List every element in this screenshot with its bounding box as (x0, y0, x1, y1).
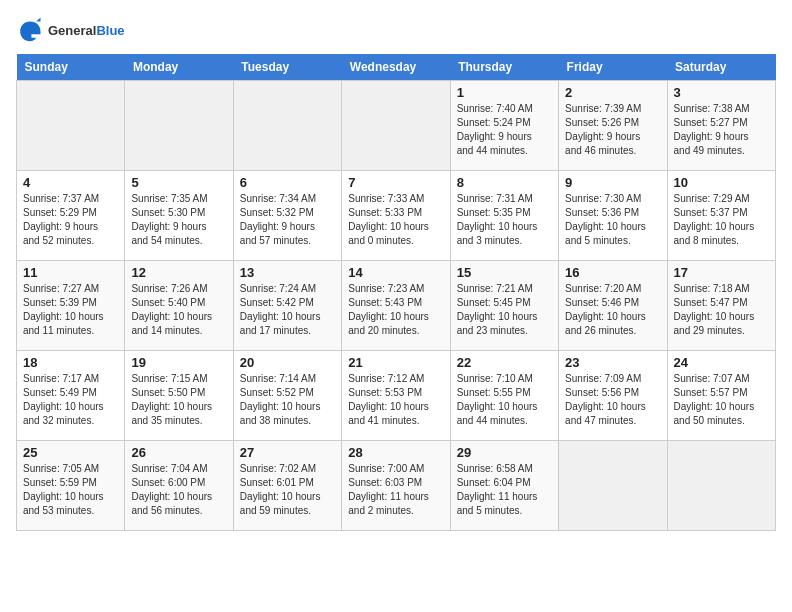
calendar-cell: 3Sunrise: 7:38 AM Sunset: 5:27 PM Daylig… (667, 81, 775, 171)
day-info: Sunrise: 7:12 AM Sunset: 5:53 PM Dayligh… (348, 372, 443, 428)
calendar-week-row: 11Sunrise: 7:27 AM Sunset: 5:39 PM Dayli… (17, 261, 776, 351)
day-number: 2 (565, 85, 660, 100)
calendar-cell (125, 81, 233, 171)
calendar-cell: 2Sunrise: 7:39 AM Sunset: 5:26 PM Daylig… (559, 81, 667, 171)
day-info: Sunrise: 7:31 AM Sunset: 5:35 PM Dayligh… (457, 192, 552, 248)
weekday-header-monday: Monday (125, 54, 233, 81)
day-info: Sunrise: 7:24 AM Sunset: 5:42 PM Dayligh… (240, 282, 335, 338)
logo-icon (16, 16, 44, 44)
logo-text: GeneralBlue (48, 23, 125, 38)
day-info: Sunrise: 7:26 AM Sunset: 5:40 PM Dayligh… (131, 282, 226, 338)
weekday-header-saturday: Saturday (667, 54, 775, 81)
day-number: 3 (674, 85, 769, 100)
day-info: Sunrise: 7:07 AM Sunset: 5:57 PM Dayligh… (674, 372, 769, 428)
day-number: 21 (348, 355, 443, 370)
calendar-cell: 21Sunrise: 7:12 AM Sunset: 5:53 PM Dayli… (342, 351, 450, 441)
header: GeneralBlue (16, 16, 776, 44)
day-number: 10 (674, 175, 769, 190)
day-info: Sunrise: 7:14 AM Sunset: 5:52 PM Dayligh… (240, 372, 335, 428)
weekday-header-thursday: Thursday (450, 54, 558, 81)
calendar-cell: 11Sunrise: 7:27 AM Sunset: 5:39 PM Dayli… (17, 261, 125, 351)
day-info: Sunrise: 6:58 AM Sunset: 6:04 PM Dayligh… (457, 462, 552, 518)
weekday-header-tuesday: Tuesday (233, 54, 341, 81)
calendar-cell: 26Sunrise: 7:04 AM Sunset: 6:00 PM Dayli… (125, 441, 233, 531)
calendar-week-row: 4Sunrise: 7:37 AM Sunset: 5:29 PM Daylig… (17, 171, 776, 261)
day-number: 22 (457, 355, 552, 370)
day-number: 20 (240, 355, 335, 370)
day-number: 13 (240, 265, 335, 280)
calendar-cell: 7Sunrise: 7:33 AM Sunset: 5:33 PM Daylig… (342, 171, 450, 261)
day-info: Sunrise: 7:21 AM Sunset: 5:45 PM Dayligh… (457, 282, 552, 338)
calendar-cell: 23Sunrise: 7:09 AM Sunset: 5:56 PM Dayli… (559, 351, 667, 441)
day-info: Sunrise: 7:27 AM Sunset: 5:39 PM Dayligh… (23, 282, 118, 338)
day-number: 28 (348, 445, 443, 460)
calendar-cell (342, 81, 450, 171)
calendar-table: SundayMondayTuesdayWednesdayThursdayFrid… (16, 54, 776, 531)
day-info: Sunrise: 7:00 AM Sunset: 6:03 PM Dayligh… (348, 462, 443, 518)
day-info: Sunrise: 7:39 AM Sunset: 5:26 PM Dayligh… (565, 102, 660, 158)
day-number: 18 (23, 355, 118, 370)
day-number: 14 (348, 265, 443, 280)
day-info: Sunrise: 7:15 AM Sunset: 5:50 PM Dayligh… (131, 372, 226, 428)
calendar-cell (17, 81, 125, 171)
weekday-header-sunday: Sunday (17, 54, 125, 81)
day-number: 26 (131, 445, 226, 460)
calendar-cell: 8Sunrise: 7:31 AM Sunset: 5:35 PM Daylig… (450, 171, 558, 261)
logo: GeneralBlue (16, 16, 125, 44)
calendar-cell: 20Sunrise: 7:14 AM Sunset: 5:52 PM Dayli… (233, 351, 341, 441)
calendar-cell: 22Sunrise: 7:10 AM Sunset: 5:55 PM Dayli… (450, 351, 558, 441)
day-info: Sunrise: 7:37 AM Sunset: 5:29 PM Dayligh… (23, 192, 118, 248)
day-number: 24 (674, 355, 769, 370)
calendar-header: SundayMondayTuesdayWednesdayThursdayFrid… (17, 54, 776, 81)
calendar-cell: 16Sunrise: 7:20 AM Sunset: 5:46 PM Dayli… (559, 261, 667, 351)
day-info: Sunrise: 7:09 AM Sunset: 5:56 PM Dayligh… (565, 372, 660, 428)
calendar-body: 1Sunrise: 7:40 AM Sunset: 5:24 PM Daylig… (17, 81, 776, 531)
day-info: Sunrise: 7:38 AM Sunset: 5:27 PM Dayligh… (674, 102, 769, 158)
calendar-week-row: 18Sunrise: 7:17 AM Sunset: 5:49 PM Dayli… (17, 351, 776, 441)
weekday-header-row: SundayMondayTuesdayWednesdayThursdayFrid… (17, 54, 776, 81)
day-number: 16 (565, 265, 660, 280)
calendar-week-row: 25Sunrise: 7:05 AM Sunset: 5:59 PM Dayli… (17, 441, 776, 531)
calendar-cell: 4Sunrise: 7:37 AM Sunset: 5:29 PM Daylig… (17, 171, 125, 261)
calendar-cell: 25Sunrise: 7:05 AM Sunset: 5:59 PM Dayli… (17, 441, 125, 531)
day-number: 15 (457, 265, 552, 280)
day-info: Sunrise: 7:33 AM Sunset: 5:33 PM Dayligh… (348, 192, 443, 248)
weekday-header-wednesday: Wednesday (342, 54, 450, 81)
day-number: 8 (457, 175, 552, 190)
calendar-cell: 29Sunrise: 6:58 AM Sunset: 6:04 PM Dayli… (450, 441, 558, 531)
day-number: 19 (131, 355, 226, 370)
day-number: 23 (565, 355, 660, 370)
day-number: 17 (674, 265, 769, 280)
day-number: 9 (565, 175, 660, 190)
day-info: Sunrise: 7:10 AM Sunset: 5:55 PM Dayligh… (457, 372, 552, 428)
calendar-cell: 14Sunrise: 7:23 AM Sunset: 5:43 PM Dayli… (342, 261, 450, 351)
calendar-cell: 17Sunrise: 7:18 AM Sunset: 5:47 PM Dayli… (667, 261, 775, 351)
day-number: 6 (240, 175, 335, 190)
calendar-cell: 24Sunrise: 7:07 AM Sunset: 5:57 PM Dayli… (667, 351, 775, 441)
calendar-cell: 28Sunrise: 7:00 AM Sunset: 6:03 PM Dayli… (342, 441, 450, 531)
day-info: Sunrise: 7:18 AM Sunset: 5:47 PM Dayligh… (674, 282, 769, 338)
day-info: Sunrise: 7:40 AM Sunset: 5:24 PM Dayligh… (457, 102, 552, 158)
day-info: Sunrise: 7:02 AM Sunset: 6:01 PM Dayligh… (240, 462, 335, 518)
calendar-cell: 15Sunrise: 7:21 AM Sunset: 5:45 PM Dayli… (450, 261, 558, 351)
day-number: 5 (131, 175, 226, 190)
day-number: 4 (23, 175, 118, 190)
calendar-cell: 18Sunrise: 7:17 AM Sunset: 5:49 PM Dayli… (17, 351, 125, 441)
calendar-week-row: 1Sunrise: 7:40 AM Sunset: 5:24 PM Daylig… (17, 81, 776, 171)
day-number: 7 (348, 175, 443, 190)
calendar-cell (233, 81, 341, 171)
day-number: 11 (23, 265, 118, 280)
calendar-cell: 27Sunrise: 7:02 AM Sunset: 6:01 PM Dayli… (233, 441, 341, 531)
calendar-cell (559, 441, 667, 531)
day-info: Sunrise: 7:35 AM Sunset: 5:30 PM Dayligh… (131, 192, 226, 248)
calendar-cell: 12Sunrise: 7:26 AM Sunset: 5:40 PM Dayli… (125, 261, 233, 351)
calendar-cell: 5Sunrise: 7:35 AM Sunset: 5:30 PM Daylig… (125, 171, 233, 261)
calendar-cell: 10Sunrise: 7:29 AM Sunset: 5:37 PM Dayli… (667, 171, 775, 261)
calendar-cell: 1Sunrise: 7:40 AM Sunset: 5:24 PM Daylig… (450, 81, 558, 171)
day-info: Sunrise: 7:34 AM Sunset: 5:32 PM Dayligh… (240, 192, 335, 248)
day-number: 27 (240, 445, 335, 460)
day-info: Sunrise: 7:29 AM Sunset: 5:37 PM Dayligh… (674, 192, 769, 248)
day-info: Sunrise: 7:04 AM Sunset: 6:00 PM Dayligh… (131, 462, 226, 518)
day-number: 29 (457, 445, 552, 460)
calendar-cell: 19Sunrise: 7:15 AM Sunset: 5:50 PM Dayli… (125, 351, 233, 441)
